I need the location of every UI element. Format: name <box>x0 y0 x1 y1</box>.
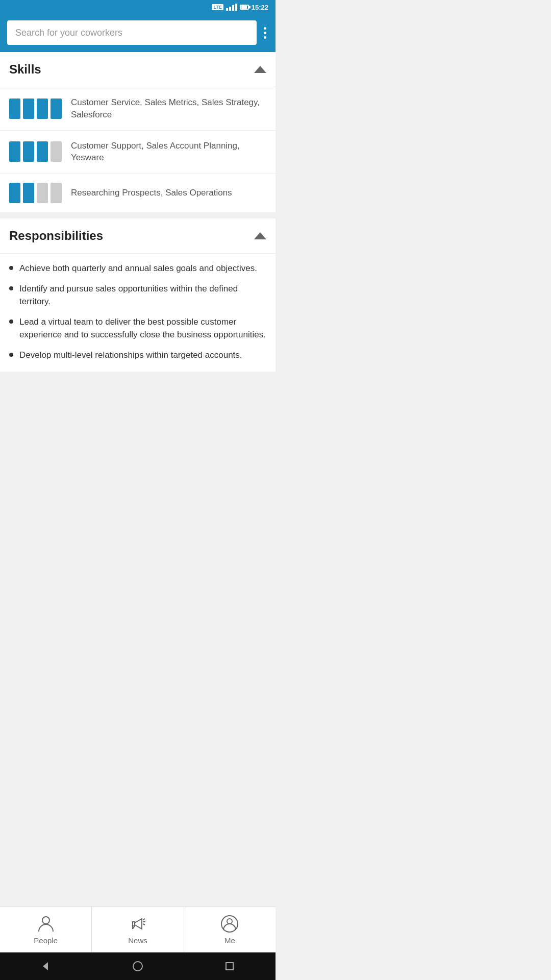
clock: 15:22 <box>252 4 268 11</box>
skill-text-3: Researching Prospects, Sales Operations <box>71 187 232 199</box>
responsibilities-title: Responsibilities <box>9 229 103 243</box>
search-box[interactable]: Search for your coworkers <box>7 20 257 45</box>
status-bar: LTE 15:22 <box>0 0 276 14</box>
bullet-icon <box>9 266 13 270</box>
responsibility-item: Identify and pursue sales opportunities … <box>9 282 266 308</box>
signal-icon <box>226 4 237 11</box>
skill-row: Researching Prospects, Sales Operations <box>0 174 276 212</box>
skill-bars-1 <box>9 99 62 119</box>
skill-bars-2 <box>9 141 62 162</box>
bullet-icon <box>9 353 13 357</box>
responsibility-item: Achieve both quarterly and annual sales … <box>9 262 266 275</box>
skill-row: Customer Service, Sales Metrics, Sales S… <box>0 87 276 131</box>
skills-section: Skills Customer Service, Sales Metrics, … <box>0 52 276 212</box>
more-options-button[interactable] <box>262 25 268 41</box>
responsibility-text-3: Lead a virtual team to deliver the best … <box>19 315 266 341</box>
responsibility-item: Develop multi-level relationships within… <box>9 349 266 362</box>
content: Skills Customer Service, Sales Metrics, … <box>0 52 276 372</box>
skills-title: Skills <box>9 62 41 77</box>
battery-icon <box>240 5 249 10</box>
status-icons: LTE 15:22 <box>212 4 268 11</box>
skill-row: Customer Support, Sales Account Planning… <box>0 131 276 174</box>
skill-text-2: Customer Support, Sales Account Planning… <box>71 140 266 164</box>
responsibilities-list: Achieve both quarterly and annual sales … <box>0 254 276 372</box>
responsibilities-header[interactable]: Responsibilities <box>0 218 276 254</box>
lte-icon: LTE <box>212 4 223 10</box>
skills-header[interactable]: Skills <box>0 52 276 87</box>
skills-collapse-icon <box>254 66 266 73</box>
responsibility-text-2: Identify and pursue sales opportunities … <box>19 282 266 308</box>
bullet-icon <box>9 320 13 324</box>
responsibility-item: Lead a virtual team to deliver the best … <box>9 315 266 341</box>
header: Search for your coworkers <box>0 14 276 52</box>
skill-text-1: Customer Service, Sales Metrics, Sales S… <box>71 96 266 121</box>
responsibilities-section: Responsibilities Achieve both quarterly … <box>0 218 276 372</box>
skill-bars-3 <box>9 183 62 203</box>
responsibility-text-1: Achieve both quarterly and annual sales … <box>19 262 257 275</box>
bullet-icon <box>9 286 13 290</box>
responsibilities-collapse-icon <box>254 232 266 239</box>
responsibility-text-4: Develop multi-level relationships within… <box>19 349 242 362</box>
search-placeholder: Search for your coworkers <box>15 28 122 38</box>
